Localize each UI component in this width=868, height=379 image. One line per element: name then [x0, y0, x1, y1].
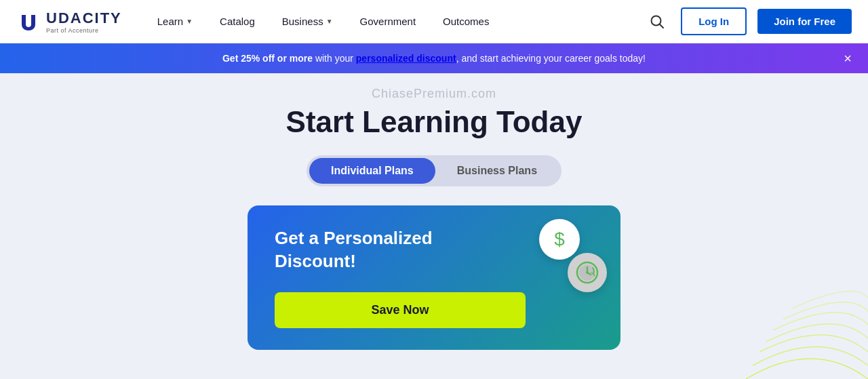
logo-text: UDACITY Part of Accenture: [46, 9, 122, 34]
nav-links: Learn ▼ Catalog Business ▼ Government Ou…: [144, 0, 644, 43]
nav-item-catalog[interactable]: Catalog: [206, 0, 269, 43]
banner-discount-link[interactable]: personalized discount: [356, 53, 456, 64]
dollar-coin-icon: $: [539, 219, 580, 260]
discount-card-title: Get a Personalized Discount!: [275, 227, 478, 273]
udacity-logo-icon: [16, 9, 41, 34]
business-plans-toggle[interactable]: Business Plans: [435, 158, 559, 184]
nav-item-business[interactable]: Business ▼: [269, 0, 347, 43]
nav-item-government[interactable]: Government: [347, 0, 430, 43]
save-now-button[interactable]: Save Now: [275, 292, 526, 328]
logo-name: UDACITY: [46, 9, 122, 27]
navbar: UDACITY Part of Accenture Learn ▼ Catalo…: [0, 0, 868, 43]
logo[interactable]: UDACITY Part of Accenture: [16, 9, 122, 34]
svg-rect-1: [22, 15, 26, 19]
main-content: ChiasePremium.com Start Learning Today I…: [0, 73, 868, 379]
clock-coin-icon: [568, 253, 607, 292]
login-button[interactable]: Log In: [681, 7, 747, 35]
join-button[interactable]: Join for Free: [757, 9, 852, 34]
plan-toggle: Individual Plans Business Plans: [307, 155, 561, 186]
watermark-text: ChiasePremium.com: [372, 87, 496, 101]
logo-sub: Part of Accenture: [46, 27, 122, 34]
banner-text: Get 25% off or more with your personaliz…: [222, 53, 646, 64]
nav-actions: Log In Join for Free: [644, 7, 852, 35]
search-icon: [650, 14, 665, 29]
discount-card: Get a Personalized Discount! Save Now $: [248, 205, 620, 350]
learn-chevron-icon: ▼: [186, 18, 193, 25]
nav-item-outcomes[interactable]: Outcomes: [429, 0, 502, 43]
banner-close-button[interactable]: ×: [844, 52, 852, 65]
nav-item-learn[interactable]: Learn ▼: [144, 0, 206, 43]
banner-bold-text: Get 25% off or more: [222, 53, 313, 64]
search-button[interactable]: [644, 9, 670, 35]
decorative-lines: [678, 230, 868, 379]
promo-banner: Get 25% off or more with your personaliz…: [0, 43, 868, 73]
individual-plans-toggle[interactable]: Individual Plans: [309, 158, 435, 184]
svg-line-4: [660, 24, 664, 28]
business-chevron-icon: ▼: [326, 18, 333, 25]
svg-point-9: [586, 271, 589, 274]
svg-rect-2: [31, 15, 35, 19]
page-title: Start Learning Today: [286, 105, 583, 139]
